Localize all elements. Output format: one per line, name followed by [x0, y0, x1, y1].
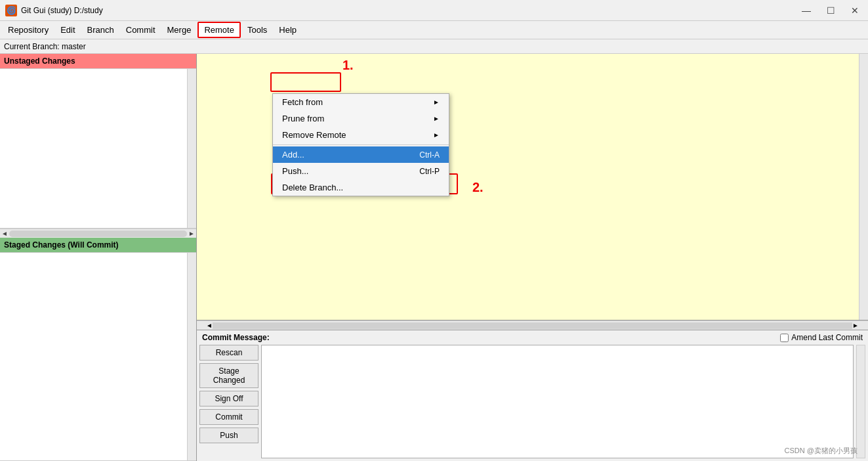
scroll-track-h[interactable] — [9, 230, 187, 237]
staged-list[interactable] — [0, 252, 196, 461]
delete-branch-label: Delete Branch... — [282, 183, 343, 192]
fetch-from-label: Fetch from — [282, 97, 323, 107]
scroll-left-arrow[interactable]: ◄ — [1, 230, 8, 237]
commit-message-textarea[interactable] — [261, 345, 854, 458]
prune-from-arrow: ► — [433, 115, 440, 122]
staged-header: Staged Changes (Will Commit) — [0, 238, 196, 252]
watermark: CSDN @卖猪的小男孩 — [785, 446, 858, 456]
fetch-from-arrow: ► — [433, 99, 440, 106]
left-panel: Unstaged Changes ◄ ► Staged Changes (Wil… — [0, 54, 197, 461]
window-title: Git Gui (study) D:/study — [21, 6, 103, 15]
close-button[interactable]: ✕ — [847, 5, 863, 16]
menu-branch[interactable]: Branch — [82, 23, 119, 37]
remote-dropdown-menu[interactable]: Fetch from ► Prune from ► Remove Remote … — [272, 93, 449, 196]
menu-tools[interactable]: Tools — [242, 23, 272, 37]
unstaged-list[interactable] — [0, 68, 196, 229]
staged-scrollbar-v[interactable] — [187, 253, 196, 460]
diff-scroll-right[interactable]: ► — [852, 322, 859, 329]
commit-message-label: Commit Message: — [202, 333, 270, 342]
sign-off-button[interactable]: Sign Off — [199, 391, 258, 406]
remove-remote-arrow: ► — [433, 131, 440, 139]
add-shortcut: Ctrl-A — [419, 150, 440, 160]
staged-section: Staged Changes (Will Commit) — [0, 238, 196, 461]
prune-from-label: Prune from — [282, 114, 324, 123]
commit-header: Commit Message: Amend Last Commit — [197, 330, 868, 345]
add-label: Add... — [282, 150, 304, 160]
maximize-button[interactable]: ☐ — [823, 5, 839, 16]
diff-scroll-left[interactable]: ◄ — [206, 322, 213, 329]
commit-buttons: Rescan Stage Changed Sign Off Commit Pus… — [199, 345, 258, 458]
amend-last-commit-section: Amend Last Commit — [780, 333, 863, 342]
app-icon: 🌀 — [5, 5, 17, 16]
commit-area: Commit Message: Amend Last Commit Rescan… — [197, 330, 868, 461]
menu-repository[interactable]: Repository — [3, 23, 54, 37]
menu-merge[interactable]: Merge — [162, 23, 197, 37]
commit-button[interactable]: Commit — [199, 409, 258, 425]
menu-edit[interactable]: Edit — [55, 23, 80, 37]
diff-scroll-track[interactable] — [213, 322, 852, 329]
dropdown-separator-1 — [273, 144, 449, 145]
scroll-right-arrow[interactable]: ► — [188, 230, 195, 237]
status-bar: Current Branch: master — [0, 39, 868, 54]
amend-checkbox[interactable] — [780, 334, 789, 342]
unstaged-scrollbar-v[interactable] — [187, 69, 196, 228]
menu-help[interactable]: Help — [274, 23, 302, 37]
main-area: Unstaged Changes ◄ ► Staged Changes (Wil… — [0, 54, 868, 461]
dropdown-item-delete-branch[interactable]: Delete Branch... — [273, 179, 449, 196]
menu-commit[interactable]: Commit — [121, 23, 161, 37]
amend-label: Amend Last Commit — [791, 333, 863, 342]
unstaged-header: Unstaged Changes — [0, 54, 196, 68]
push-button[interactable]: Push — [199, 428, 258, 443]
menu-remote[interactable]: Remote — [197, 22, 241, 38]
current-branch-text: Current Branch: master — [4, 42, 86, 51]
commit-body: Rescan Stage Changed Sign Off Commit Pus… — [197, 345, 868, 461]
remove-remote-label: Remove Remote — [282, 130, 346, 140]
rescan-button[interactable]: Rescan — [199, 345, 258, 361]
title-bar: 🌀 Git Gui (study) D:/study — ☐ ✕ — [0, 0, 868, 21]
dropdown-item-push[interactable]: Push... Ctrl-P — [273, 163, 449, 179]
window-controls: — ☐ ✕ — [798, 5, 863, 16]
stage-changed-button[interactable]: Stage Changed — [199, 363, 258, 388]
dropdown-item-prune-from[interactable]: Prune from ► — [273, 110, 449, 127]
menu-bar: Repository Edit Branch Commit Merge Remo… — [0, 21, 868, 39]
unstaged-section: Unstaged Changes ◄ ► — [0, 54, 196, 238]
diff-scrollbar-v[interactable] — [859, 54, 868, 320]
dropdown-item-remove-remote[interactable]: Remove Remote ► — [273, 127, 449, 143]
minimize-button[interactable]: — — [798, 5, 815, 16]
dropdown-item-add[interactable]: Add... Ctrl-A — [273, 146, 449, 163]
commit-scrollbar-v[interactable] — [856, 345, 865, 458]
diff-scrollbar-h[interactable]: ◄ ► — [197, 320, 868, 330]
push-label: Push... — [282, 166, 308, 176]
dropdown-item-fetch-from[interactable]: Fetch from ► — [273, 94, 449, 110]
unstaged-scrollbar-h[interactable]: ◄ ► — [0, 229, 196, 238]
push-shortcut: Ctrl-P — [419, 167, 440, 176]
